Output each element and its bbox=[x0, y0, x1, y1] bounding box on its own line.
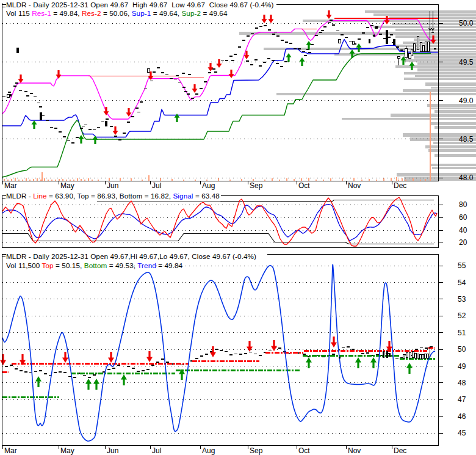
svg-text:50.0: 50.0 bbox=[459, 19, 474, 27]
svg-text:Sep: Sep bbox=[250, 446, 263, 455]
svg-text:60: 60 bbox=[459, 213, 467, 222]
svg-text:Oct: Oct bbox=[298, 181, 310, 190]
svg-text:54: 54 bbox=[458, 278, 466, 287]
svg-text:Aug: Aug bbox=[202, 181, 215, 190]
svg-text:55: 55 bbox=[458, 261, 466, 270]
svg-text:Mar: Mar bbox=[4, 181, 17, 190]
svg-text:Aug: Aug bbox=[202, 446, 215, 455]
svg-text:Jun: Jun bbox=[107, 446, 118, 455]
svg-text:Nov: Nov bbox=[348, 181, 361, 190]
svg-text:Mar: Mar bbox=[4, 446, 17, 455]
svg-text:MLDR - Line = 63.90, Top = 86.: MLDR - Line = 63.90, Top = 86.93, Bottom… bbox=[6, 192, 220, 200]
svg-text:48.0: 48.0 bbox=[459, 173, 474, 182]
svg-text:52: 52 bbox=[458, 311, 466, 320]
svg-text:49.0: 49.0 bbox=[459, 96, 474, 105]
svg-text:May: May bbox=[60, 446, 74, 455]
svg-text:Jul: Jul bbox=[152, 181, 161, 190]
svg-text:Dec: Dec bbox=[394, 181, 406, 190]
svg-text:MLDR - Daily 2025-12-31 Open 4: MLDR - Daily 2025-12-31 Open 49.67,Hi 49… bbox=[6, 252, 256, 260]
svg-text:40: 40 bbox=[459, 226, 467, 235]
svg-text:47: 47 bbox=[458, 395, 466, 404]
svg-text:Dec: Dec bbox=[394, 446, 406, 455]
svg-text:45: 45 bbox=[458, 429, 466, 437]
svg-text:MLDR - Daily 2025-12-31 Open 4: MLDR - Daily 2025-12-31 Open 49.67 High … bbox=[6, 1, 274, 9]
svg-text:49: 49 bbox=[458, 362, 466, 371]
svg-text:20: 20 bbox=[459, 238, 467, 247]
svg-text:50: 50 bbox=[458, 345, 466, 354]
svg-text:Vol 11,500 Top = 50.15, Bottom: Vol 11,500 Top = 50.15, Bottom = 49.53, … bbox=[6, 261, 183, 269]
svg-text:48: 48 bbox=[458, 379, 466, 387]
svg-text:Oct: Oct bbox=[298, 446, 310, 455]
svg-text:48.5: 48.5 bbox=[459, 135, 474, 144]
svg-text:Jun: Jun bbox=[107, 181, 118, 190]
svg-text:51: 51 bbox=[458, 329, 466, 337]
svg-text:Nov: Nov bbox=[348, 446, 361, 455]
svg-text:Sep: Sep bbox=[250, 181, 263, 190]
svg-text:Jul: Jul bbox=[152, 446, 161, 455]
svg-text:53: 53 bbox=[458, 295, 466, 304]
svg-text:46: 46 bbox=[458, 412, 466, 421]
svg-text:May: May bbox=[60, 181, 74, 190]
svg-text:Vol 115 Res-1 = 49.84, Res-2 =: Vol 115 Res-1 = 49.84, Res-2 = 50.06, Su… bbox=[6, 9, 228, 17]
svg-text:80: 80 bbox=[459, 200, 467, 209]
svg-text:49.5: 49.5 bbox=[459, 58, 474, 67]
